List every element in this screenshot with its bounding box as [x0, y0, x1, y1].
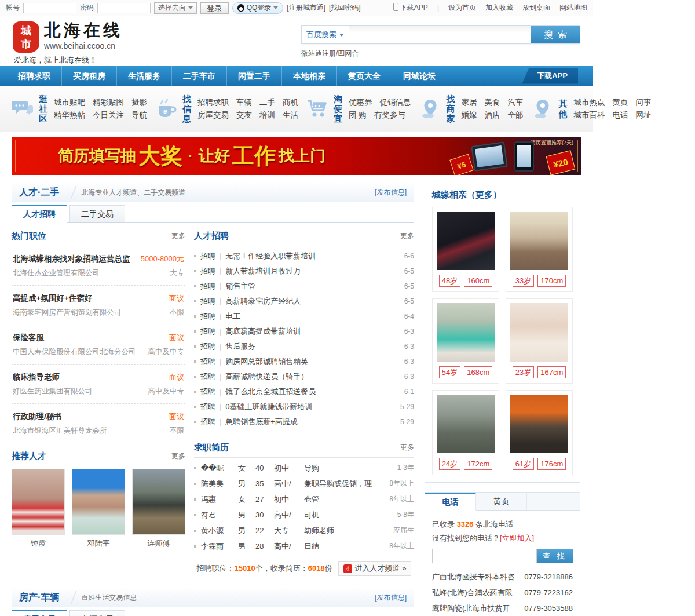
quick-link[interactable]: 商机: [283, 96, 298, 109]
quick-link[interactable]: 有奖参与: [374, 109, 405, 122]
quick-link[interactable]: 摄影: [131, 96, 147, 109]
dating-profile-card[interactable]: 23岁167cm: [506, 298, 573, 384]
job-row[interactable]: 招聘|无需工作经验入职带薪培训6-6: [194, 249, 414, 264]
tab-vehicle-trade[interactable]: 车辆交易: [70, 610, 125, 616]
quick-link[interactable]: 导航: [131, 109, 147, 122]
dating-profile-card[interactable]: 54岁168cm: [432, 298, 499, 384]
quick-link[interactable]: 城市百科: [574, 109, 605, 122]
nav-item-dating[interactable]: 本地相亲: [282, 66, 337, 86]
quick-link[interactable]: 城市贴吧: [54, 96, 85, 109]
login-button[interactable]: 登录: [200, 2, 229, 14]
quick-link[interactable]: 精华热帖: [54, 109, 85, 122]
nav-item-jobs[interactable]: 招聘求职: [7, 66, 62, 86]
search-engine-select[interactable]: 百度搜索: [302, 26, 349, 43]
search-button[interactable]: 搜索: [531, 26, 580, 43]
quick-link[interactable]: 生活: [283, 109, 298, 122]
nav-item-yellow-pages[interactable]: 黄页大全: [337, 66, 392, 86]
job-row[interactable]: 招聘|购房网总部诚聘销售精英6-3: [194, 354, 414, 369]
resume-row[interactable]: 李霖雨男28高中/日结8年以上: [194, 538, 414, 554]
dating-profile-card[interactable]: 48岁160cm: [432, 207, 499, 292]
talent-card[interactable]: 钟霞: [12, 469, 65, 549]
account-input[interactable]: [23, 3, 76, 13]
tab-talent-jobs[interactable]: 人才招聘: [12, 205, 67, 223]
forgot-password-link[interactable]: [找回密码]: [329, 3, 361, 13]
quick-link[interactable]: 黄页: [613, 96, 628, 109]
dating-title-link[interactable]: 城缘相亲（更多）: [432, 189, 573, 201]
nav-item-used-cars[interactable]: 二手车市: [172, 66, 227, 86]
nav-download-app[interactable]: 下载APP: [522, 68, 578, 84]
quick-link[interactable]: 酒店: [485, 109, 500, 122]
job-row[interactable]: 招聘|新人带薪培训月收过万6-5: [194, 264, 414, 279]
job-row[interactable]: 招聘|高薪诚聘快递员（骑手）6-3: [194, 369, 414, 384]
job-row[interactable]: 招聘|电工6-4: [194, 309, 414, 324]
quick-link[interactable]: 美食: [485, 96, 500, 109]
site-logo[interactable]: 城市 北海在线 www.beihai.ccoo.cn: [13, 21, 123, 53]
job-row[interactable]: 招聘|0基础上班就赚钱带薪培训5-29: [194, 399, 414, 414]
job-list-more-link[interactable]: 更多: [400, 231, 414, 241]
resume-row[interactable]: 陈美美男35高中/兼职导购或促销，理8年以上: [194, 476, 414, 491]
resume-row[interactable]: 冯惠女27初中仓管8年以上: [194, 491, 414, 507]
quick-link[interactable]: 汽车: [508, 96, 524, 109]
phone-entry[interactable]: 鹰牌陶瓷(北海市扶贫开0779-3053588: [432, 600, 573, 616]
resume-promo-banner[interactable]: 简历填写抽大奖·让好工作找上门 简历置顶推荐(7天) ¥5 ¥20: [12, 137, 581, 175]
hot-job-item[interactable]: 保险客服面议 中国人寿保险股份有限公司北海分公司高中及中专: [12, 325, 185, 365]
job-row[interactable]: 招聘|售后服务6-3: [194, 339, 414, 354]
recommended-more-link[interactable]: 更多: [171, 451, 185, 461]
nav-item-life-services[interactable]: 生活服务: [117, 66, 172, 86]
quick-link[interactable]: 今日关注: [93, 109, 124, 122]
quick-link[interactable]: 培训: [259, 109, 275, 122]
hot-job-item[interactable]: 临床指导老师面议 好医生药业集团有限公司高中及中专: [12, 365, 185, 404]
dating-profile-card[interactable]: 61岁176cm: [506, 390, 573, 475]
hot-job-item[interactable]: 高提成+氛围好+住宿好面议 海南豪宅网房产营销策划有限公司不限: [12, 286, 185, 325]
tab-yellow-pages[interactable]: 黄页: [476, 493, 527, 510]
set-home-link[interactable]: 设为首页: [448, 3, 476, 13]
quick-link[interactable]: 团 购: [349, 109, 367, 122]
search-input[interactable]: [349, 26, 531, 43]
resume-more-link[interactable]: 更多: [400, 443, 414, 453]
register-link[interactable]: [注册城市通]: [287, 3, 325, 13]
quick-link[interactable]: 城市热点: [574, 96, 605, 109]
phone-search-input[interactable]: [432, 549, 537, 563]
search-note-link[interactable]: 微站通注册/四网合一: [301, 49, 580, 59]
publish-info-link[interactable]: [发布信息]: [375, 188, 407, 198]
dating-profile-card[interactable]: 33岁170cm: [506, 207, 573, 292]
nav-item-secondhand[interactable]: 闲置二手: [227, 66, 282, 86]
publish-info-link[interactable]: [发布信息]: [375, 593, 407, 603]
download-app-link[interactable]: 下载APP: [393, 3, 428, 13]
add-favorite-link[interactable]: 加入收藏: [485, 3, 513, 13]
quick-link[interactable]: 车辆: [236, 96, 252, 109]
sitemap-link[interactable]: 网站地图: [559, 3, 587, 13]
nav-item-forum[interactable]: 同城论坛: [392, 66, 447, 86]
join-now-link[interactable]: [立即加入]: [500, 534, 534, 542]
talent-card[interactable]: 邓陆平: [72, 469, 125, 549]
hot-job-item[interactable]: 行政助理/秘书面议 北海市银海区汇美轩尊宠会所不限: [12, 404, 185, 443]
phone-entry[interactable]: 弘峰(北海)合浦农药有限0779-7223162: [432, 585, 573, 600]
quick-link[interactable]: 全部: [508, 109, 524, 122]
job-row[interactable]: 招聘|急聘销售底薪+高提成5-29: [194, 414, 414, 429]
password-input[interactable]: [97, 3, 151, 13]
resume-row[interactable]: 黄小源男22大专幼师老师应届生: [194, 523, 414, 538]
tab-phone[interactable]: 电话: [425, 493, 476, 511]
quick-link[interactable]: 优惠券: [349, 96, 372, 109]
goto-select[interactable]: 选择去向: [154, 2, 197, 14]
tab-house-trade[interactable]: 房屋交易: [12, 610, 67, 616]
quick-link[interactable]: 房屋交易: [197, 109, 229, 122]
qq-login-button[interactable]: QQ登录: [232, 2, 284, 14]
job-row[interactable]: 招聘|饿了么北京全城直招送餐员6-1: [194, 384, 414, 399]
quick-link[interactable]: 交友: [236, 109, 252, 122]
tab-secondhand-trade[interactable]: 二手交易: [70, 205, 125, 222]
to-desktop-link[interactable]: 放到桌面: [522, 3, 550, 13]
enter-talent-channel-button[interactable]: 才进入人才频道 »: [338, 561, 412, 576]
quick-link[interactable]: 招聘求职: [197, 96, 229, 109]
job-row[interactable]: 招聘|高薪聘豪宅房产经纪人6-5: [194, 294, 414, 309]
job-row[interactable]: 招聘|销售主管6-5: [194, 279, 414, 294]
quick-link[interactable]: 促销信息: [380, 96, 411, 109]
hot-jobs-more-link[interactable]: 更多: [171, 231, 185, 241]
quick-link[interactable]: 精彩贴图: [93, 96, 124, 109]
quick-link[interactable]: 电话: [613, 109, 628, 122]
phone-entry[interactable]: 广西北海函授专科本科咨0779-3218886: [432, 569, 573, 585]
quick-link[interactable]: 网址: [636, 109, 652, 122]
dating-profile-card[interactable]: 24岁172cm: [432, 390, 499, 475]
quick-link[interactable]: 二手: [259, 96, 275, 109]
hot-job-item[interactable]: 北海城缘相亲找对象招聘运营总监5000-8000元 北海佳杰企业管理有限公司大专: [12, 246, 185, 286]
